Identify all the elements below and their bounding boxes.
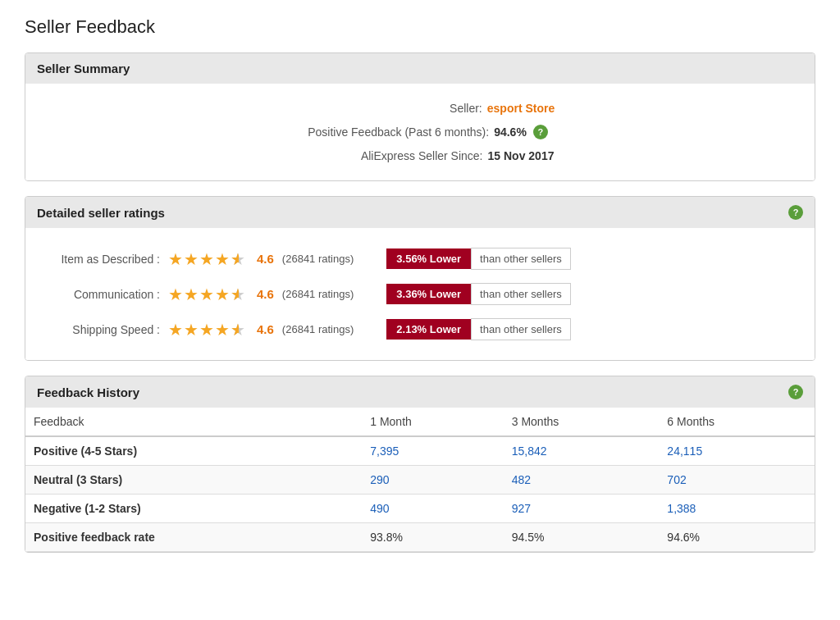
rating-row: Communication : ★★★★★★ 4.6 (26841 rating… [37, 276, 803, 312]
feedback-row-value[interactable]: 702 [659, 466, 815, 495]
rating-count: (26841 ratings) [282, 253, 354, 265]
rating-row: Item as Described : ★★★★★★ 4.6 (26841 ra… [37, 241, 803, 276]
feedback-history-help-icon[interactable]: ? [788, 385, 803, 399]
star-half: ★★ [231, 285, 245, 304]
positive-feedback-value: 94.6% [494, 125, 527, 139]
feedback-table-header-row: Feedback1 Month3 Months6 Months [25, 408, 815, 436]
rating-badge-other: than other sellers [471, 318, 571, 340]
feedback-row-value[interactable]: 15,842 [504, 436, 660, 466]
feedback-row-value: 94.5% [504, 523, 660, 552]
stars-container: ★★★★★★ [168, 285, 245, 304]
feedback-col-header: 6 Months [659, 408, 815, 436]
feedback-history-header: Feedback History ? [25, 376, 815, 408]
feedback-history-title: Feedback History [37, 385, 139, 399]
star-full: ★ [184, 285, 199, 304]
star-full: ★ [168, 249, 183, 269]
feedback-row-value[interactable]: 290 [362, 466, 504, 495]
star-full: ★ [168, 285, 183, 304]
detailed-ratings-body: Item as Described : ★★★★★★ 4.6 (26841 ra… [25, 228, 815, 360]
feedback-col-header: 3 Months [504, 408, 660, 436]
rating-badge-other: than other sellers [471, 248, 571, 270]
feedback-row-value[interactable]: 24,115 [659, 436, 815, 466]
rating-score: 4.6 [257, 287, 274, 301]
star-half: ★★ [231, 249, 245, 269]
star-full: ★ [184, 320, 199, 340]
rating-row: Shipping Speed : ★★★★★★ 4.6 (26841 ratin… [37, 312, 803, 347]
rating-badge-container: 3.56% Lower than other sellers [386, 248, 571, 270]
feedback-row-value[interactable]: 482 [504, 466, 660, 495]
feedback-table-row: Neutral (3 Stars)290482702 [25, 466, 815, 495]
rating-count: (26841 ratings) [282, 323, 354, 335]
rating-badge-container: 2.13% Lower than other sellers [386, 318, 571, 340]
seller-label: Seller: [285, 102, 482, 115]
rating-score: 4.6 [257, 252, 274, 266]
rating-badge-other: than other sellers [471, 283, 571, 305]
seller-name-row: Seller: esport Store [37, 97, 803, 120]
rating-badge-lower: 2.13% Lower [386, 319, 471, 340]
feedback-table-row: Negative (1-2 Stars)4909271,388 [25, 495, 815, 523]
rating-label: Shipping Speed : [37, 323, 160, 336]
feedback-row-value[interactable]: 490 [362, 495, 504, 523]
detailed-ratings-title: Detailed seller ratings [37, 206, 165, 220]
seller-summary-header: Seller Summary [25, 53, 815, 84]
seller-since-label: AliExpress Seller Since: [286, 149, 483, 162]
feedback-row-label: Neutral (3 Stars) [25, 466, 362, 495]
star-full: ★ [199, 249, 214, 269]
seller-name-link[interactable]: esport Store [487, 102, 555, 115]
detailed-ratings-help-icon[interactable]: ? [788, 205, 803, 220]
feedback-row-value: 94.6% [659, 523, 815, 552]
feedback-row-value[interactable]: 927 [504, 495, 660, 523]
feedback-history-card: Feedback History ? Feedback1 Month3 Mont… [25, 376, 815, 553]
star-full: ★ [199, 285, 214, 304]
star-full: ★ [184, 249, 199, 269]
seller-summary-card: Seller Summary Seller: esport Store Posi… [25, 52, 815, 181]
star-full: ★ [215, 285, 230, 304]
rating-label: Communication : [37, 288, 160, 301]
rating-score: 4.6 [257, 322, 274, 336]
feedback-row-value[interactable]: 1,388 [659, 495, 815, 523]
positive-feedback-row: Positive Feedback (Past 6 months): 94.6%… [37, 120, 803, 144]
star-full: ★ [215, 320, 230, 340]
feedback-row-value[interactable]: 7,395 [362, 436, 504, 466]
seller-summary-title: Seller Summary [37, 62, 130, 75]
positive-feedback-help-icon[interactable]: ? [533, 125, 548, 139]
star-half: ★★ [231, 320, 245, 340]
positive-feedback-label: Positive Feedback (Past 6 months): [292, 125, 489, 139]
stars-container: ★★★★★★ [168, 320, 245, 340]
star-full: ★ [215, 249, 230, 269]
star-full: ★ [168, 320, 183, 340]
detailed-ratings-header: Detailed seller ratings ? [25, 197, 815, 228]
feedback-col-header: 1 Month [362, 408, 504, 436]
seller-summary-body: Seller: esport Store Positive Feedback (… [25, 84, 815, 180]
star-full: ★ [199, 320, 214, 340]
page-title: Seller Feedback [25, 16, 815, 38]
feedback-table-row: Positive feedback rate93.8%94.5%94.6% [25, 523, 815, 552]
feedback-row-label: Positive (4-5 Stars) [25, 436, 362, 466]
feedback-history-body: Feedback1 Month3 Months6 Months Positive… [25, 408, 815, 552]
feedback-table: Feedback1 Month3 Months6 Months Positive… [25, 408, 815, 552]
feedback-col-header: Feedback [25, 408, 362, 436]
rating-badge-lower: 3.56% Lower [386, 248, 471, 269]
seller-since-row: AliExpress Seller Since: 15 Nov 2017 [37, 144, 803, 167]
feedback-row-label: Positive feedback rate [25, 523, 362, 552]
stars-container: ★★★★★★ [168, 249, 245, 269]
feedback-row-label: Negative (1-2 Stars) [25, 495, 362, 523]
rating-badge-lower: 3.36% Lower [386, 284, 471, 304]
detailed-ratings-card: Detailed seller ratings ? Item as Descri… [25, 196, 815, 361]
rating-count: (26841 ratings) [282, 288, 354, 300]
feedback-row-value: 93.8% [362, 523, 504, 552]
feedback-table-row: Positive (4-5 Stars)7,39515,84224,115 [25, 436, 815, 466]
seller-since-value: 15 Nov 2017 [488, 149, 555, 162]
rating-label: Item as Described : [37, 253, 160, 266]
rating-badge-container: 3.36% Lower than other sellers [386, 283, 571, 305]
